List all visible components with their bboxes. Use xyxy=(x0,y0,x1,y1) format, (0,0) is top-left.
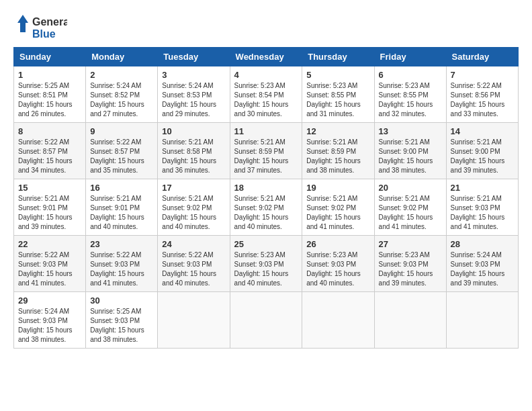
calendar-week-row: 22Sunrise: 5:22 AM Sunset: 9:03 PM Dayli… xyxy=(14,236,519,292)
calendar-cell: 29Sunrise: 5:24 AM Sunset: 9:03 PM Dayli… xyxy=(14,292,86,349)
weekday-header: Thursday xyxy=(302,48,374,66)
calendar-cell: 18Sunrise: 5:21 AM Sunset: 9:02 PM Dayli… xyxy=(230,179,302,236)
day-info: Sunrise: 5:21 AM Sunset: 8:59 PM Dayligh… xyxy=(234,138,298,175)
weekday-header: Sunday xyxy=(14,48,86,66)
calendar-cell xyxy=(230,292,302,349)
header: GeneralBlue xyxy=(13,13,519,40)
day-info: Sunrise: 5:21 AM Sunset: 9:00 PM Dayligh… xyxy=(379,138,442,175)
day-info: Sunrise: 5:24 AM Sunset: 9:03 PM Dayligh… xyxy=(451,250,514,288)
day-number: 20 xyxy=(379,183,442,193)
day-number: 11 xyxy=(234,126,298,136)
day-info: Sunrise: 5:23 AM Sunset: 9:03 PM Dayligh… xyxy=(234,250,298,288)
day-number: 4 xyxy=(234,70,298,80)
day-number: 19 xyxy=(306,183,369,193)
day-number: 9 xyxy=(90,126,153,136)
logo-svg: GeneralBlue xyxy=(13,13,67,40)
calendar-week-row: 15Sunrise: 5:21 AM Sunset: 9:01 PM Dayli… xyxy=(14,179,519,236)
calendar-cell: 1Sunrise: 5:25 AM Sunset: 8:51 PM Daylig… xyxy=(14,66,86,123)
day-info: Sunrise: 5:21 AM Sunset: 8:58 PM Dayligh… xyxy=(162,138,225,175)
day-info: Sunrise: 5:21 AM Sunset: 9:02 PM Dayligh… xyxy=(162,194,225,232)
day-number: 28 xyxy=(451,239,514,249)
day-number: 2 xyxy=(90,70,153,80)
day-number: 21 xyxy=(451,183,514,193)
day-info: Sunrise: 5:22 AM Sunset: 9:03 PM Dayligh… xyxy=(18,250,81,288)
day-number: 5 xyxy=(306,70,369,80)
day-info: Sunrise: 5:21 AM Sunset: 9:02 PM Dayligh… xyxy=(306,194,369,232)
calendar-cell: 19Sunrise: 5:21 AM Sunset: 9:02 PM Dayli… xyxy=(302,179,374,236)
day-info: Sunrise: 5:23 AM Sunset: 8:55 PM Dayligh… xyxy=(379,81,442,119)
calendar-cell: 9Sunrise: 5:22 AM Sunset: 8:57 PM Daylig… xyxy=(86,123,158,179)
day-info: Sunrise: 5:21 AM Sunset: 9:03 PM Dayligh… xyxy=(451,194,514,232)
day-info: Sunrise: 5:24 AM Sunset: 9:03 PM Dayligh… xyxy=(18,307,81,345)
calendar-week-row: 29Sunrise: 5:24 AM Sunset: 9:03 PM Dayli… xyxy=(14,292,519,349)
day-info: Sunrise: 5:25 AM Sunset: 8:51 PM Dayligh… xyxy=(18,81,81,119)
day-number: 23 xyxy=(90,239,153,249)
calendar-cell: 3Sunrise: 5:24 AM Sunset: 8:53 PM Daylig… xyxy=(158,66,230,123)
calendar-cell: 21Sunrise: 5:21 AM Sunset: 9:03 PM Dayli… xyxy=(446,179,518,236)
calendar-cell xyxy=(446,292,518,349)
day-info: Sunrise: 5:21 AM Sunset: 9:01 PM Dayligh… xyxy=(90,194,153,232)
calendar-cell: 15Sunrise: 5:21 AM Sunset: 9:01 PM Dayli… xyxy=(14,179,86,236)
day-info: Sunrise: 5:23 AM Sunset: 8:54 PM Dayligh… xyxy=(234,81,298,119)
calendar-cell: 24Sunrise: 5:22 AM Sunset: 9:03 PM Dayli… xyxy=(158,236,230,292)
day-info: Sunrise: 5:24 AM Sunset: 8:53 PM Dayligh… xyxy=(162,81,225,119)
day-number: 22 xyxy=(18,239,81,249)
calendar-cell: 4Sunrise: 5:23 AM Sunset: 8:54 PM Daylig… xyxy=(230,66,302,123)
day-info: Sunrise: 5:25 AM Sunset: 9:03 PM Dayligh… xyxy=(90,307,153,345)
weekday-header: Wednesday xyxy=(230,48,302,66)
day-info: Sunrise: 5:22 AM Sunset: 8:56 PM Dayligh… xyxy=(451,81,514,119)
day-info: Sunrise: 5:24 AM Sunset: 8:52 PM Dayligh… xyxy=(90,81,153,119)
day-info: Sunrise: 5:21 AM Sunset: 9:00 PM Dayligh… xyxy=(451,138,514,175)
calendar-cell: 5Sunrise: 5:23 AM Sunset: 8:55 PM Daylig… xyxy=(302,66,374,123)
calendar-cell: 2Sunrise: 5:24 AM Sunset: 8:52 PM Daylig… xyxy=(86,66,158,123)
day-info: Sunrise: 5:21 AM Sunset: 9:02 PM Dayligh… xyxy=(234,194,298,232)
calendar-cell: 11Sunrise: 5:21 AM Sunset: 8:59 PM Dayli… xyxy=(230,123,302,179)
calendar-cell: 10Sunrise: 5:21 AM Sunset: 8:58 PM Dayli… xyxy=(158,123,230,179)
calendar-cell: 27Sunrise: 5:23 AM Sunset: 9:03 PM Dayli… xyxy=(374,236,446,292)
day-info: Sunrise: 5:22 AM Sunset: 9:03 PM Dayligh… xyxy=(90,250,153,288)
calendar-cell: 8Sunrise: 5:22 AM Sunset: 8:57 PM Daylig… xyxy=(14,123,86,179)
calendar-cell: 22Sunrise: 5:22 AM Sunset: 9:03 PM Dayli… xyxy=(14,236,86,292)
svg-marker-2 xyxy=(17,15,28,32)
calendar-cell xyxy=(158,292,230,349)
calendar-cell: 30Sunrise: 5:25 AM Sunset: 9:03 PM Dayli… xyxy=(86,292,158,349)
day-number: 18 xyxy=(234,183,298,193)
day-number: 29 xyxy=(18,295,81,306)
calendar-cell: 26Sunrise: 5:23 AM Sunset: 9:03 PM Dayli… xyxy=(302,236,374,292)
calendar-week-row: 8Sunrise: 5:22 AM Sunset: 8:57 PM Daylig… xyxy=(14,123,519,179)
weekday-header: Tuesday xyxy=(158,48,230,66)
day-info: Sunrise: 5:23 AM Sunset: 8:55 PM Dayligh… xyxy=(306,81,369,119)
day-info: Sunrise: 5:23 AM Sunset: 9:03 PM Dayligh… xyxy=(306,250,369,288)
day-number: 6 xyxy=(379,70,442,80)
day-info: Sunrise: 5:23 AM Sunset: 9:03 PM Dayligh… xyxy=(379,250,442,288)
calendar: SundayMondayTuesdayWednesdayThursdayFrid… xyxy=(13,47,519,349)
calendar-cell: 13Sunrise: 5:21 AM Sunset: 9:00 PM Dayli… xyxy=(374,123,446,179)
calendar-cell: 6Sunrise: 5:23 AM Sunset: 8:55 PM Daylig… xyxy=(374,66,446,123)
day-number: 10 xyxy=(162,126,225,136)
day-info: Sunrise: 5:22 AM Sunset: 8:57 PM Dayligh… xyxy=(18,138,81,175)
day-number: 24 xyxy=(162,239,225,249)
weekday-header: Saturday xyxy=(446,48,518,66)
day-number: 14 xyxy=(451,126,514,136)
day-number: 25 xyxy=(234,239,298,249)
day-number: 7 xyxy=(451,70,514,80)
day-number: 12 xyxy=(306,126,369,136)
calendar-cell: 16Sunrise: 5:21 AM Sunset: 9:01 PM Dayli… xyxy=(86,179,158,236)
weekday-header: Friday xyxy=(374,48,446,66)
day-info: Sunrise: 5:22 AM Sunset: 8:57 PM Dayligh… xyxy=(90,138,153,175)
svg-text:Blue: Blue xyxy=(32,28,56,40)
day-number: 8 xyxy=(18,126,81,136)
day-number: 17 xyxy=(162,183,225,193)
day-info: Sunrise: 5:21 AM Sunset: 8:59 PM Dayligh… xyxy=(306,138,369,175)
day-number: 30 xyxy=(90,295,153,306)
day-number: 27 xyxy=(379,239,442,249)
calendar-cell: 28Sunrise: 5:24 AM Sunset: 9:03 PM Dayli… xyxy=(446,236,518,292)
calendar-cell: 14Sunrise: 5:21 AM Sunset: 9:00 PM Dayli… xyxy=(446,123,518,179)
weekday-header: Monday xyxy=(86,48,158,66)
day-number: 15 xyxy=(18,183,81,193)
logo: GeneralBlue xyxy=(13,13,67,40)
day-number: 26 xyxy=(306,239,369,249)
svg-text:General: General xyxy=(32,16,67,28)
calendar-cell: 12Sunrise: 5:21 AM Sunset: 8:59 PM Dayli… xyxy=(302,123,374,179)
calendar-cell xyxy=(374,292,446,349)
